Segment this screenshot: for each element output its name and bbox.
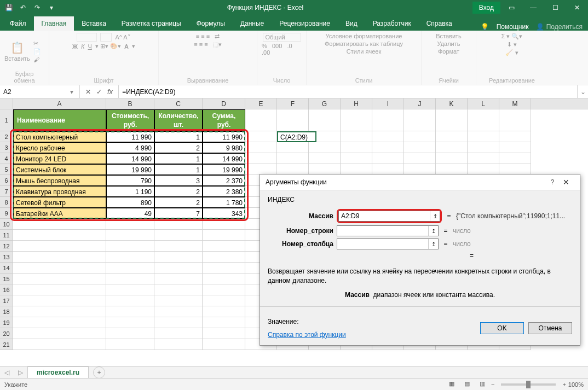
- row-header[interactable]: 9: [0, 208, 13, 219]
- col-header[interactable]: C: [154, 98, 203, 109]
- qat-dropdown-icon[interactable]: ▾: [45, 1, 58, 14]
- col-header[interactable]: H: [341, 98, 372, 109]
- dialog-close-icon[interactable]: ✕: [558, 178, 574, 187]
- zoom-out-icon[interactable]: −: [491, 381, 494, 388]
- zoom-slider[interactable]: [501, 383, 556, 386]
- col-header[interactable]: G: [309, 98, 341, 109]
- undo-icon[interactable]: ↶: [16, 1, 30, 14]
- cancel-button[interactable]: Отмена: [528, 322, 572, 334]
- table-cell[interactable]: 1: [154, 153, 203, 164]
- row-header[interactable]: 4: [0, 153, 13, 164]
- col-header[interactable]: D: [203, 98, 245, 109]
- col-header[interactable]: F: [277, 98, 309, 109]
- paste-icon[interactable]: 📋: [10, 41, 24, 54]
- collapse-dialog-icon[interactable]: ↥: [428, 239, 438, 249]
- table-cell[interactable]: 11 990: [106, 131, 154, 142]
- table-cell[interactable]: 49: [106, 208, 154, 219]
- format-painter-icon[interactable]: 🖌: [33, 56, 41, 63]
- tab-file[interactable]: Файл: [2, 16, 34, 31]
- table-cell[interactable]: Кресло рабочее: [13, 142, 106, 153]
- row-header[interactable]: 12: [0, 241, 13, 252]
- row-header[interactable]: 10: [0, 219, 13, 230]
- cancel-formula-icon[interactable]: ✕: [85, 88, 91, 96]
- table-header[interactable]: Количество, шт.: [154, 109, 203, 131]
- col-header[interactable]: M: [499, 98, 531, 109]
- row-header[interactable]: 5: [0, 164, 13, 175]
- tab-data[interactable]: Данные: [233, 16, 272, 31]
- table-cell[interactable]: Клавиатура проводная: [13, 186, 106, 197]
- table-cell[interactable]: Батарейки AAA: [13, 208, 106, 219]
- enter-formula-icon[interactable]: ✓: [96, 88, 102, 96]
- sheet-tab[interactable]: microexcel.ru: [27, 366, 89, 378]
- minimize-icon[interactable]: —: [522, 0, 544, 15]
- table-cell[interactable]: 1: [154, 164, 203, 175]
- table-cell[interactable]: 2: [154, 186, 203, 197]
- col-header[interactable]: I: [372, 98, 404, 109]
- page-break-icon[interactable]: ▥: [476, 380, 489, 389]
- table-cell[interactable]: 1 190: [106, 186, 154, 197]
- tab-view[interactable]: Вид: [338, 16, 365, 31]
- col-header[interactable]: A: [13, 98, 106, 109]
- tab-insert[interactable]: Вставка: [74, 16, 114, 31]
- sheet-nav-next-icon[interactable]: ▷: [14, 369, 27, 376]
- row-header[interactable]: 14: [0, 263, 13, 273]
- assistant-label[interactable]: Помощник: [497, 23, 529, 31]
- page-layout-icon[interactable]: ▤: [460, 380, 474, 389]
- table-cell[interactable]: Монитор 24 LED: [13, 153, 106, 164]
- redo-icon[interactable]: ↷: [31, 1, 44, 14]
- row-header[interactable]: 13: [0, 252, 13, 263]
- table-cell[interactable]: 4 990: [106, 142, 154, 153]
- table-header[interactable]: Стоимость, руб.: [106, 109, 154, 131]
- row-header[interactable]: 8: [0, 197, 13, 208]
- table-cell[interactable]: Сетевой фильтр: [13, 197, 106, 208]
- table-cell[interactable]: 2 380: [203, 186, 245, 197]
- row-header[interactable]: 21: [0, 339, 13, 350]
- table-cell[interactable]: 1 780: [203, 197, 245, 208]
- row-header[interactable]: 17: [0, 295, 13, 306]
- table-cell[interactable]: 14 990: [203, 153, 245, 164]
- table-cell[interactable]: Мышь беспроводная: [13, 175, 106, 186]
- col-header[interactable]: K: [436, 98, 468, 109]
- tab-review[interactable]: Рецензирование: [272, 16, 338, 31]
- table-header[interactable]: Наименование: [13, 109, 106, 131]
- tab-help[interactable]: Справка: [419, 16, 460, 31]
- col-header[interactable]: L: [468, 98, 499, 109]
- tab-layout[interactable]: Разметка страницы: [114, 16, 189, 31]
- close-icon[interactable]: ✕: [566, 0, 588, 15]
- select-all-corner[interactable]: [0, 98, 13, 109]
- tab-developer[interactable]: Разработчик: [365, 16, 419, 31]
- table-cell[interactable]: 2 370: [203, 175, 245, 186]
- row-header[interactable]: 15: [0, 273, 13, 284]
- col-num-input[interactable]: [337, 239, 428, 249]
- collapse-dialog-icon[interactable]: ↥: [428, 226, 438, 236]
- row-header[interactable]: 20: [0, 328, 13, 339]
- tab-formulas[interactable]: Формулы: [189, 16, 233, 31]
- row-header[interactable]: 11: [0, 230, 13, 241]
- table-cell[interactable]: 11 990: [203, 131, 245, 142]
- ok-button[interactable]: OK: [480, 322, 524, 334]
- col-header[interactable]: B: [106, 98, 154, 109]
- share-button[interactable]: 👤 Поделиться: [536, 23, 583, 31]
- table-cell[interactable]: 1: [154, 131, 203, 142]
- signin-button[interactable]: Вход: [472, 2, 500, 14]
- row-num-input[interactable]: [337, 226, 428, 236]
- col-header[interactable]: J: [404, 98, 436, 109]
- add-sheet-icon[interactable]: +: [93, 366, 105, 379]
- table-cell[interactable]: 7: [154, 208, 203, 219]
- table-cell[interactable]: 2: [154, 197, 203, 208]
- table-cell[interactable]: Стол компьютерный: [13, 131, 106, 142]
- table-cell[interactable]: 19 990: [106, 164, 154, 175]
- tab-home[interactable]: Главная: [34, 16, 74, 31]
- cut-icon[interactable]: ✂: [33, 40, 41, 47]
- sheet-nav-prev-icon[interactable]: ◁: [0, 369, 14, 376]
- namebox-dropdown-icon[interactable]: ▾: [67, 88, 76, 96]
- row-header[interactable]: 16: [0, 284, 13, 295]
- col-header[interactable]: E: [245, 98, 277, 109]
- table-cell[interactable]: 19 990: [203, 164, 245, 175]
- table-cell[interactable]: 3: [154, 175, 203, 186]
- active-cell[interactable]: С(A2:D9): [277, 131, 316, 142]
- table-cell[interactable]: 343: [203, 208, 245, 219]
- table-cell[interactable]: 9 980: [203, 142, 245, 153]
- row-header[interactable]: 19: [0, 317, 13, 328]
- table-cell[interactable]: 790: [106, 175, 154, 186]
